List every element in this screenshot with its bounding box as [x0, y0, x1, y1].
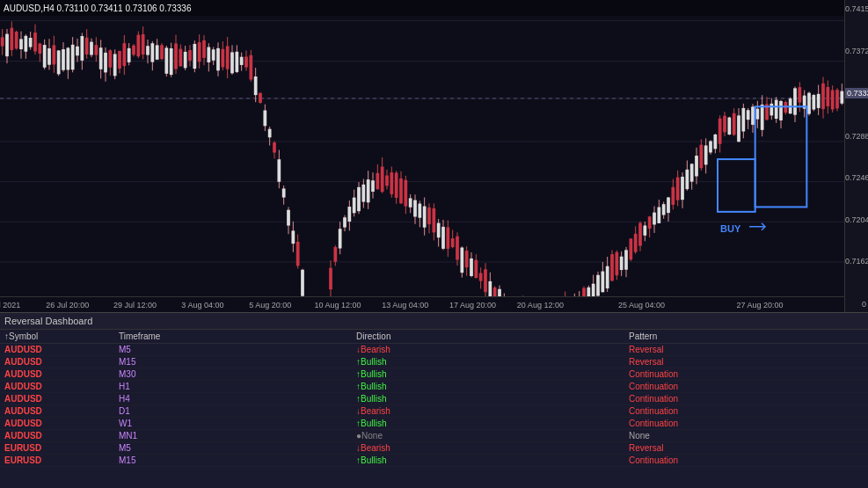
candlestick-chart[interactable] — [0, 16, 844, 312]
table-row[interactable]: AUDUSD W1 ↑Bullish Continuation — [0, 418, 868, 430]
price-level: 0.73725 — [845, 47, 868, 55]
direction-cell: ↑Bullish — [356, 419, 386, 428]
zero-label: 0 — [844, 296, 868, 312]
direction-cell: ↓Bearish — [356, 406, 390, 416]
timeframe-cell: M5 — [119, 345, 131, 354]
symbol-cell: AUDUSD — [4, 419, 42, 428]
time-label: 26 Jul 20:00 — [46, 301, 89, 310]
symbol-cell: AUDUSD — [4, 345, 42, 354]
direction-cell: ↑Bullish — [356, 382, 386, 391]
timeframe-cell: H1 — [119, 382, 130, 391]
col-timeframe-header: Timeframe — [119, 331, 356, 341]
table-row[interactable]: AUDUSD M15 ↑Bullish Reversal — [0, 356, 868, 368]
reversal-dashboard: Reversal Dashboard ↑Symbol Timeframe Dir… — [0, 312, 868, 488]
table-row[interactable]: AUDUSD M30 ↑Bullish Continuation — [0, 368, 868, 381]
col-symbol-header: ↑Symbol — [4, 331, 119, 341]
pattern-cell: Reversal — [629, 443, 663, 453]
dashboard-header: ↑Symbol Timeframe Direction Pattern — [0, 330, 868, 344]
table-row[interactable]: AUDUSD H1 ↑Bullish Continuation — [0, 381, 868, 393]
timeframe-cell: M15 — [119, 357, 135, 367]
pattern-cell: Continuation — [629, 406, 678, 416]
time-axis: 22 Jul 202126 Jul 20:0029 Jul 12:003 Aug… — [0, 296, 844, 312]
chart-header: AUDUSD,H4 0.73110 0.73411 0.73106 0.7333… — [0, 0, 844, 16]
time-label: 3 Aug 04:00 — [181, 301, 223, 310]
direction-cell: ↑Bullish — [356, 357, 386, 367]
table-row[interactable]: AUDUSD H4 ↑Bullish Continuation — [0, 393, 868, 405]
col-pattern-header: Pattern — [629, 331, 864, 341]
time-label: 10 Aug 12:00 — [314, 301, 361, 310]
timeframe-cell: M15 — [119, 455, 135, 465]
table-row[interactable]: AUDUSD D1 ↓Bearish Continuation — [0, 405, 868, 418]
price-level: 0.72885 — [845, 132, 868, 141]
table-row[interactable]: AUDUSD MN1 ●None None — [0, 430, 868, 442]
table-row[interactable]: AUDUSD M5 ↓Bearish Reversal — [0, 344, 868, 356]
pattern-cell: Reversal — [629, 357, 663, 367]
col-direction-header: Direction — [356, 331, 629, 341]
pattern-cell: Continuation — [629, 455, 678, 465]
timeframe-cell: MN1 — [119, 431, 137, 441]
time-label: 22 Jul 2021 — [0, 301, 20, 310]
symbol-cell: AUDUSD — [4, 406, 42, 416]
time-label: 5 Aug 20:00 — [249, 301, 291, 310]
symbol-cell: AUDUSD — [4, 357, 42, 367]
time-label: 20 Aug 12:00 — [517, 301, 564, 310]
direction-cell: ↑Bullish — [356, 369, 386, 379]
pattern-cell: Continuation — [629, 382, 678, 391]
direction-cell: ●None — [356, 431, 383, 441]
table-row[interactable]: EURUSD M5 ↓Bearish Reversal — [0, 442, 868, 455]
chart-area: AUDUSD,H4 0.73110 0.73411 0.73106 0.7333… — [0, 0, 844, 312]
symbol-cell: EURUSD — [4, 443, 41, 453]
direction-cell: ↓Bearish — [356, 443, 390, 453]
timeframe-cell: H4 — [119, 394, 130, 404]
price-level: 0.74150 — [845, 4, 868, 13]
direction-cell: ↓Bearish — [356, 345, 390, 354]
dashboard-rows[interactable]: AUDUSD M5 ↓Bearish Reversal AUDUSD M15 ↑… — [0, 344, 868, 480]
price-level: 0.73336 — [845, 88, 868, 98]
price-level: 0.72465 — [845, 173, 868, 182]
dashboard-title: Reversal Dashboard — [0, 313, 868, 330]
timeframe-cell: D1 — [119, 406, 130, 416]
pattern-cell: Continuation — [629, 369, 678, 379]
pattern-cell: Reversal — [629, 345, 663, 354]
price-axis: 0.741500.737250.733360.728850.724650.720… — [844, 0, 868, 312]
pattern-cell: Continuation — [629, 419, 678, 428]
time-label: 29 Jul 12:00 — [113, 301, 157, 310]
table-row[interactable]: EURUSD M15 ↑Bullish Continuation — [0, 455, 868, 467]
pattern-cell: None — [629, 431, 650, 441]
time-label: 25 Aug 04:00 — [618, 301, 665, 310]
symbol-cell: AUDUSD — [4, 369, 42, 379]
symbol-cell: AUDUSD — [4, 394, 42, 404]
time-label: 17 Aug 20:00 — [449, 301, 496, 310]
timeframe-cell: W1 — [119, 419, 132, 428]
symbol-cell: AUDUSD — [4, 382, 42, 391]
price-level: 0.71625 — [845, 257, 868, 266]
direction-cell: ↑Bullish — [356, 455, 386, 465]
pattern-cell: Continuation — [629, 394, 678, 404]
symbol-cell: AUDUSD — [4, 431, 42, 441]
price-level: 0.72045 — [845, 215, 868, 224]
timeframe-cell: M5 — [119, 443, 131, 453]
time-label: 27 Aug 20:00 — [736, 301, 783, 310]
direction-cell: ↑Bullish — [356, 394, 386, 404]
symbol-cell: EURUSD — [4, 455, 41, 465]
time-label: 13 Aug 04:00 — [382, 301, 428, 310]
ohlc-display: AUDUSD,H4 0.73110 0.73411 0.73106 0.7333… — [4, 4, 192, 13]
timeframe-cell: M30 — [119, 369, 135, 379]
